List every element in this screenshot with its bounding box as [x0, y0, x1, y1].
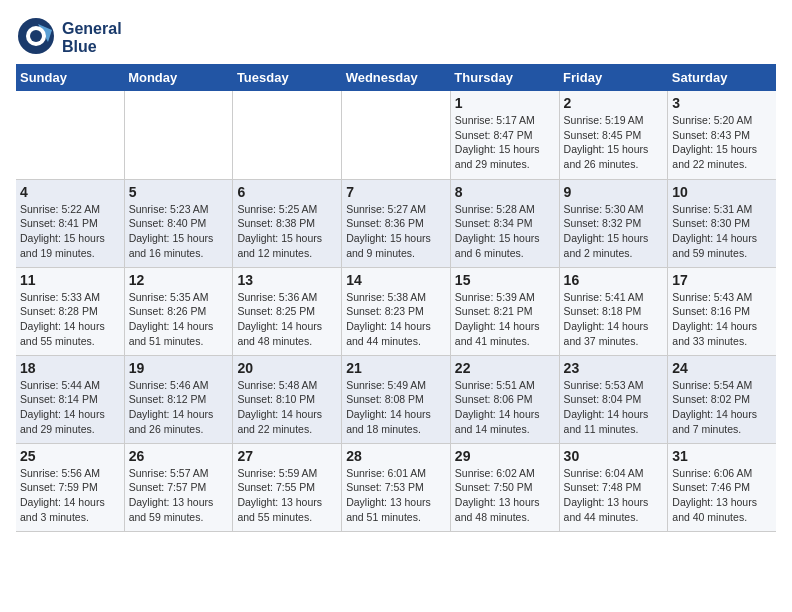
day-info: Sunrise: 5:23 AM Sunset: 8:40 PM Dayligh… — [129, 202, 229, 261]
header-friday: Friday — [559, 64, 668, 91]
day-info: Sunrise: 5:57 AM Sunset: 7:57 PM Dayligh… — [129, 466, 229, 525]
day-info: Sunrise: 5:25 AM Sunset: 8:38 PM Dayligh… — [237, 202, 337, 261]
day-number: 25 — [20, 448, 120, 464]
cell-week3-day5: 15Sunrise: 5:39 AM Sunset: 8:21 PM Dayli… — [450, 267, 559, 355]
day-info: Sunrise: 5:17 AM Sunset: 8:47 PM Dayligh… — [455, 113, 555, 172]
header-row: SundayMondayTuesdayWednesdayThursdayFrid… — [16, 64, 776, 91]
day-info: Sunrise: 5:44 AM Sunset: 8:14 PM Dayligh… — [20, 378, 120, 437]
cell-week5-day2: 26Sunrise: 5:57 AM Sunset: 7:57 PM Dayli… — [124, 443, 233, 531]
day-info: Sunrise: 5:53 AM Sunset: 8:04 PM Dayligh… — [564, 378, 664, 437]
logo: General Blue — [16, 16, 122, 60]
header-saturday: Saturday — [668, 64, 776, 91]
cell-week2-day2: 5Sunrise: 5:23 AM Sunset: 8:40 PM Daylig… — [124, 179, 233, 267]
day-number: 6 — [237, 184, 337, 200]
cell-week1-day7: 3Sunrise: 5:20 AM Sunset: 8:43 PM Daylig… — [668, 91, 776, 179]
cell-week5-day6: 30Sunrise: 6:04 AM Sunset: 7:48 PM Dayli… — [559, 443, 668, 531]
header-thursday: Thursday — [450, 64, 559, 91]
day-number: 31 — [672, 448, 772, 464]
cell-week5-day3: 27Sunrise: 5:59 AM Sunset: 7:55 PM Dayli… — [233, 443, 342, 531]
day-info: Sunrise: 5:28 AM Sunset: 8:34 PM Dayligh… — [455, 202, 555, 261]
header-monday: Monday — [124, 64, 233, 91]
cell-week1-day5: 1Sunrise: 5:17 AM Sunset: 8:47 PM Daylig… — [450, 91, 559, 179]
cell-week1-day2 — [124, 91, 233, 179]
day-info: Sunrise: 5:30 AM Sunset: 8:32 PM Dayligh… — [564, 202, 664, 261]
day-info: Sunrise: 5:54 AM Sunset: 8:02 PM Dayligh… — [672, 378, 772, 437]
day-info: Sunrise: 5:19 AM Sunset: 8:45 PM Dayligh… — [564, 113, 664, 172]
day-number: 28 — [346, 448, 446, 464]
day-number: 1 — [455, 95, 555, 111]
day-info: Sunrise: 5:36 AM Sunset: 8:25 PM Dayligh… — [237, 290, 337, 349]
day-number: 26 — [129, 448, 229, 464]
day-number: 14 — [346, 272, 446, 288]
cell-week3-day1: 11Sunrise: 5:33 AM Sunset: 8:28 PM Dayli… — [16, 267, 124, 355]
day-number: 29 — [455, 448, 555, 464]
day-info: Sunrise: 6:04 AM Sunset: 7:48 PM Dayligh… — [564, 466, 664, 525]
day-number: 11 — [20, 272, 120, 288]
day-info: Sunrise: 5:43 AM Sunset: 8:16 PM Dayligh… — [672, 290, 772, 349]
day-number: 30 — [564, 448, 664, 464]
cell-week2-day7: 10Sunrise: 5:31 AM Sunset: 8:30 PM Dayli… — [668, 179, 776, 267]
header-sunday: Sunday — [16, 64, 124, 91]
cell-week3-day2: 12Sunrise: 5:35 AM Sunset: 8:26 PM Dayli… — [124, 267, 233, 355]
day-info: Sunrise: 5:38 AM Sunset: 8:23 PM Dayligh… — [346, 290, 446, 349]
day-info: Sunrise: 5:56 AM Sunset: 7:59 PM Dayligh… — [20, 466, 120, 525]
day-number: 12 — [129, 272, 229, 288]
week-row-2: 4Sunrise: 5:22 AM Sunset: 8:41 PM Daylig… — [16, 179, 776, 267]
cell-week1-day1 — [16, 91, 124, 179]
cell-week5-day1: 25Sunrise: 5:56 AM Sunset: 7:59 PM Dayli… — [16, 443, 124, 531]
day-number: 20 — [237, 360, 337, 376]
header-tuesday: Tuesday — [233, 64, 342, 91]
week-row-5: 25Sunrise: 5:56 AM Sunset: 7:59 PM Dayli… — [16, 443, 776, 531]
cell-week4-day7: 24Sunrise: 5:54 AM Sunset: 8:02 PM Dayli… — [668, 355, 776, 443]
week-row-3: 11Sunrise: 5:33 AM Sunset: 8:28 PM Dayli… — [16, 267, 776, 355]
cell-week2-day3: 6Sunrise: 5:25 AM Sunset: 8:38 PM Daylig… — [233, 179, 342, 267]
cell-week3-day3: 13Sunrise: 5:36 AM Sunset: 8:25 PM Dayli… — [233, 267, 342, 355]
day-number: 18 — [20, 360, 120, 376]
logo-text: General Blue — [62, 20, 122, 55]
logo: General Blue — [16, 16, 122, 60]
cell-week3-day4: 14Sunrise: 5:38 AM Sunset: 8:23 PM Dayli… — [342, 267, 451, 355]
logo-graphic — [16, 16, 56, 60]
day-info: Sunrise: 5:31 AM Sunset: 8:30 PM Dayligh… — [672, 202, 772, 261]
day-number: 2 — [564, 95, 664, 111]
week-row-4: 18Sunrise: 5:44 AM Sunset: 8:14 PM Dayli… — [16, 355, 776, 443]
cell-week2-day6: 9Sunrise: 5:30 AM Sunset: 8:32 PM Daylig… — [559, 179, 668, 267]
cell-week2-day4: 7Sunrise: 5:27 AM Sunset: 8:36 PM Daylig… — [342, 179, 451, 267]
day-number: 15 — [455, 272, 555, 288]
cell-week1-day3 — [233, 91, 342, 179]
day-info: Sunrise: 5:33 AM Sunset: 8:28 PM Dayligh… — [20, 290, 120, 349]
day-info: Sunrise: 5:48 AM Sunset: 8:10 PM Dayligh… — [237, 378, 337, 437]
day-number: 8 — [455, 184, 555, 200]
cell-week1-day6: 2Sunrise: 5:19 AM Sunset: 8:45 PM Daylig… — [559, 91, 668, 179]
day-number: 19 — [129, 360, 229, 376]
cell-week5-day5: 29Sunrise: 6:02 AM Sunset: 7:50 PM Dayli… — [450, 443, 559, 531]
cell-week4-day6: 23Sunrise: 5:53 AM Sunset: 8:04 PM Dayli… — [559, 355, 668, 443]
day-info: Sunrise: 5:20 AM Sunset: 8:43 PM Dayligh… — [672, 113, 772, 172]
day-info: Sunrise: 5:27 AM Sunset: 8:36 PM Dayligh… — [346, 202, 446, 261]
day-number: 23 — [564, 360, 664, 376]
day-number: 3 — [672, 95, 772, 111]
day-info: Sunrise: 6:02 AM Sunset: 7:50 PM Dayligh… — [455, 466, 555, 525]
calendar-table: SundayMondayTuesdayWednesdayThursdayFrid… — [16, 64, 776, 532]
cell-week4-day3: 20Sunrise: 5:48 AM Sunset: 8:10 PM Dayli… — [233, 355, 342, 443]
day-info: Sunrise: 6:01 AM Sunset: 7:53 PM Dayligh… — [346, 466, 446, 525]
day-number: 17 — [672, 272, 772, 288]
cell-week2-day1: 4Sunrise: 5:22 AM Sunset: 8:41 PM Daylig… — [16, 179, 124, 267]
cell-week1-day4 — [342, 91, 451, 179]
day-number: 9 — [564, 184, 664, 200]
week-row-1: 1Sunrise: 5:17 AM Sunset: 8:47 PM Daylig… — [16, 91, 776, 179]
day-info: Sunrise: 5:46 AM Sunset: 8:12 PM Dayligh… — [129, 378, 229, 437]
day-info: Sunrise: 5:51 AM Sunset: 8:06 PM Dayligh… — [455, 378, 555, 437]
day-number: 27 — [237, 448, 337, 464]
day-number: 16 — [564, 272, 664, 288]
cell-week4-day5: 22Sunrise: 5:51 AM Sunset: 8:06 PM Dayli… — [450, 355, 559, 443]
day-info: Sunrise: 5:35 AM Sunset: 8:26 PM Dayligh… — [129, 290, 229, 349]
day-info: Sunrise: 5:22 AM Sunset: 8:41 PM Dayligh… — [20, 202, 120, 261]
cell-week4-day4: 21Sunrise: 5:49 AM Sunset: 8:08 PM Dayli… — [342, 355, 451, 443]
day-info: Sunrise: 6:06 AM Sunset: 7:46 PM Dayligh… — [672, 466, 772, 525]
day-number: 22 — [455, 360, 555, 376]
day-info: Sunrise: 5:39 AM Sunset: 8:21 PM Dayligh… — [455, 290, 555, 349]
day-info: Sunrise: 5:41 AM Sunset: 8:18 PM Dayligh… — [564, 290, 664, 349]
day-number: 10 — [672, 184, 772, 200]
cell-week4-day1: 18Sunrise: 5:44 AM Sunset: 8:14 PM Dayli… — [16, 355, 124, 443]
